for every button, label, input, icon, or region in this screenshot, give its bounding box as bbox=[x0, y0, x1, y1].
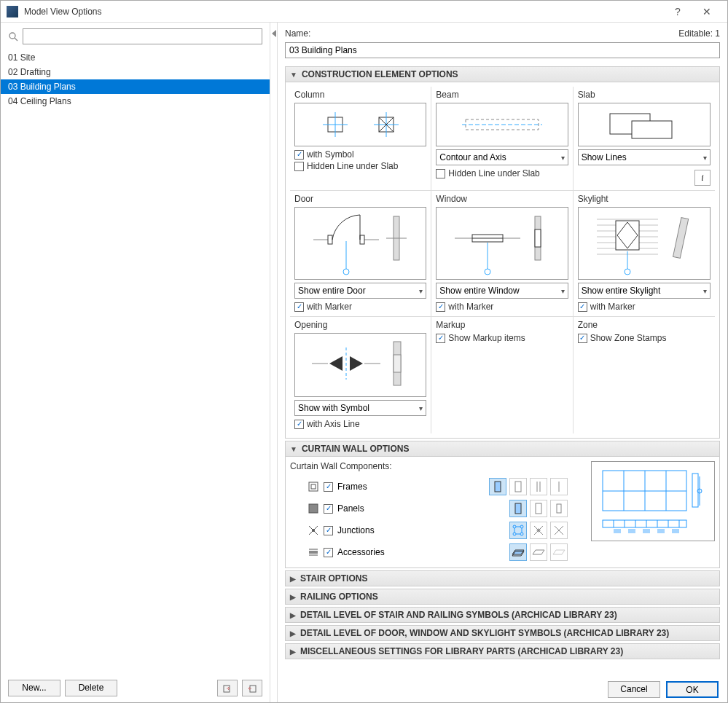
skylight-preview bbox=[578, 207, 711, 280]
export-button[interactable] bbox=[242, 680, 262, 696]
svg-point-23 bbox=[343, 269, 349, 275]
junctions-opt-2[interactable] bbox=[530, 522, 547, 539]
hidden-line-checkbox[interactable] bbox=[294, 162, 304, 171]
list-item[interactable]: 02 Drafting bbox=[1, 65, 270, 79]
svg-rect-60 bbox=[309, 504, 318, 513]
list-item[interactable]: 01 Site bbox=[1, 50, 270, 65]
search-input[interactable] bbox=[23, 28, 262, 44]
new-button[interactable]: New... bbox=[8, 680, 60, 696]
window-select[interactable]: Show entire Window▾ bbox=[436, 283, 568, 299]
ok-button[interactable]: OK bbox=[666, 681, 719, 698]
section-railing-header[interactable]: ▶RAILING OPTIONS bbox=[285, 589, 720, 605]
accessories-checkbox[interactable] bbox=[324, 548, 333, 557]
panels-opt-1[interactable] bbox=[509, 500, 527, 517]
chevron-right-icon: ▶ bbox=[290, 648, 296, 656]
section-detail-door-header[interactable]: ▶DETAIL LEVEL OF DOOR, WINDOW AND SKYLIG… bbox=[285, 625, 720, 641]
frames-opt-3[interactable] bbox=[530, 478, 547, 495]
chevron-down-icon: ▼ bbox=[290, 445, 297, 453]
opening-label: Opening bbox=[294, 320, 426, 330]
left-panel: 01 Site 02 Drafting 03 Building Plans 04… bbox=[1, 23, 270, 702]
section-curtain-wall-header[interactable]: ▼ CURTAIN WALL OPTIONS bbox=[285, 441, 720, 457]
chevron-down-icon: ▼ bbox=[290, 71, 297, 79]
junctions-icon bbox=[308, 525, 319, 536]
svg-rect-41 bbox=[616, 221, 639, 250]
section-construction-header[interactable]: ▼ CONSTRUCTION ELEMENT OPTIONS bbox=[285, 66, 720, 82]
panels-opt-2[interactable] bbox=[530, 500, 547, 517]
junctions-opt-1[interactable] bbox=[509, 522, 527, 539]
delete-button[interactable]: Delete bbox=[65, 680, 117, 696]
svg-point-0 bbox=[9, 33, 15, 39]
beam-preview bbox=[436, 103, 568, 146]
cw-components-label: Curtain Wall Components: bbox=[290, 461, 576, 471]
preset-list[interactable]: 01 Site 02 Drafting 03 Building Plans 04… bbox=[1, 50, 270, 674]
door-preview bbox=[294, 207, 426, 280]
chevron-right-icon: ▶ bbox=[290, 611, 296, 619]
opening-axis-checkbox[interactable] bbox=[294, 420, 304, 429]
door-marker-checkbox[interactable] bbox=[294, 302, 304, 312]
markup-checkbox[interactable] bbox=[436, 334, 445, 343]
frames-checkbox[interactable] bbox=[324, 482, 333, 492]
cancel-button[interactable]: Cancel bbox=[608, 681, 660, 698]
svg-marker-48 bbox=[329, 356, 343, 371]
svg-rect-56 bbox=[515, 482, 521, 492]
svg-rect-53 bbox=[309, 482, 318, 491]
panel-divider[interactable] bbox=[270, 23, 278, 702]
svg-line-1 bbox=[15, 38, 17, 41]
svg-rect-105 bbox=[643, 529, 650, 533]
skylight-label: Skylight bbox=[578, 194, 711, 204]
skylight-marker-checkbox[interactable] bbox=[578, 302, 587, 312]
chevron-down-icon: ▾ bbox=[419, 404, 423, 412]
svg-rect-103 bbox=[614, 529, 621, 533]
close-button[interactable]: ✕ bbox=[692, 3, 721, 20]
beam-select[interactable]: Contour and Axis▾ bbox=[436, 149, 568, 165]
door-select[interactable]: Show entire Door▾ bbox=[294, 283, 426, 299]
section-detail-stair-header[interactable]: ▶DETAIL LEVEL OF STAIR AND RAILING SYMBO… bbox=[285, 607, 720, 623]
svg-point-67 bbox=[513, 525, 516, 528]
svg-rect-95 bbox=[603, 520, 686, 527]
curtain-wall-preview bbox=[591, 461, 715, 541]
zone-checkbox[interactable] bbox=[578, 334, 587, 343]
accessories-opt-2[interactable] bbox=[530, 543, 547, 561]
panels-checkbox[interactable] bbox=[324, 504, 333, 514]
name-input[interactable] bbox=[285, 42, 720, 58]
svg-rect-106 bbox=[657, 529, 665, 533]
svg-point-70 bbox=[520, 533, 523, 535]
slab-preview bbox=[578, 103, 711, 146]
skylight-select[interactable]: Show entire Skylight▾ bbox=[578, 283, 711, 299]
junctions-opt-3[interactable] bbox=[550, 522, 568, 539]
chevron-down-icon: ▾ bbox=[703, 287, 707, 295]
chevron-right-icon: ▶ bbox=[290, 593, 296, 601]
with-symbol-checkbox[interactable] bbox=[294, 150, 304, 160]
app-icon bbox=[7, 6, 18, 17]
hidden-line-checkbox[interactable] bbox=[436, 169, 445, 178]
import-button[interactable] bbox=[217, 680, 238, 696]
svg-rect-54 bbox=[311, 484, 316, 489]
opening-select[interactable]: Show with Symbol▾ bbox=[294, 400, 426, 416]
frames-opt-2[interactable] bbox=[509, 478, 527, 495]
list-item[interactable]: 04 Ceiling Plans bbox=[1, 94, 270, 109]
help-button[interactable]: ? bbox=[663, 3, 692, 20]
junctions-checkbox[interactable] bbox=[324, 526, 333, 535]
section-stair-header[interactable]: ▶STAIR OPTIONS bbox=[285, 570, 720, 586]
svg-rect-19 bbox=[328, 235, 332, 244]
window-title: Model View Options bbox=[24, 7, 663, 17]
section-misc-header[interactable]: ▶MISCELLANEOUS SETTINGS FOR LIBRARY PART… bbox=[285, 643, 720, 659]
svg-rect-80 bbox=[309, 551, 318, 554]
svg-rect-33 bbox=[535, 229, 541, 247]
svg-rect-104 bbox=[628, 529, 635, 533]
list-item[interactable]: 03 Building Plans bbox=[1, 79, 270, 94]
frames-opt-1[interactable] bbox=[489, 478, 506, 495]
accessories-opt-1[interactable] bbox=[509, 543, 527, 561]
window-marker-checkbox[interactable] bbox=[436, 302, 445, 312]
titlebar: Model View Options ? ✕ bbox=[1, 1, 727, 23]
svg-point-44 bbox=[625, 269, 630, 275]
svg-rect-63 bbox=[557, 504, 561, 513]
chevron-down-icon: ▾ bbox=[419, 287, 423, 295]
svg-point-69 bbox=[513, 533, 516, 535]
panels-opt-3[interactable] bbox=[550, 500, 568, 517]
info-button[interactable]: i bbox=[694, 170, 711, 186]
svg-rect-16 bbox=[632, 121, 672, 138]
frames-opt-4[interactable] bbox=[550, 478, 568, 495]
slab-select[interactable]: Show Lines▾ bbox=[578, 149, 711, 165]
accessories-opt-3[interactable] bbox=[550, 543, 568, 561]
